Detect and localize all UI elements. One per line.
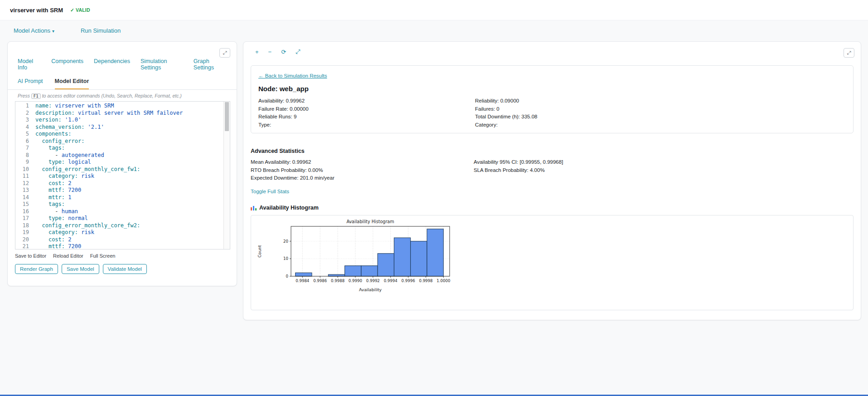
stat-sla-breach: SLA Breach Probability: 4.00% — [474, 166, 853, 175]
line-number: 4 — [15, 124, 29, 131]
code-line: description: virtual server with SRM fai… — [35, 110, 223, 117]
code-line: cost: 2 — [35, 180, 223, 187]
page-title: virserver with SRM — [10, 7, 63, 14]
editor-gutter: 123456789101112131415161718192021 — [15, 102, 34, 249]
code-line: components: — [35, 131, 223, 138]
histogram-heading: Availability Histogram — [251, 205, 853, 211]
code-line: config_error_monthly_core_fw2: — [35, 222, 223, 230]
action-bar: Model Actions▾ Run Simulation — [0, 20, 868, 40]
fit-view-icon[interactable]: ⤢ — [296, 48, 300, 55]
code-line: category: risk — [35, 229, 223, 236]
code-line: cost: 2 — [35, 236, 223, 244]
zoom-out-icon[interactable]: − — [268, 49, 272, 55]
line-number: 19 — [15, 229, 29, 236]
model-editor-card: ⤢ Model Info Components Dependencies Sim… — [7, 41, 237, 286]
scrollbar-thumb[interactable] — [225, 102, 229, 131]
graph-toolbar: + − ⟳ ⤢ — [255, 48, 301, 55]
svg-text:0.9984: 0.9984 — [296, 279, 309, 283]
code-line: mttf: 7200 — [35, 243, 223, 249]
code-line: name: virserver with SRM — [35, 103, 223, 110]
code-line: - autogenerated — [35, 152, 223, 159]
line-number: 14 — [15, 194, 29, 201]
refresh-icon[interactable]: ⟳ — [281, 49, 286, 55]
secondary-tabs-wrap: AI Prompt Model Editor — [8, 78, 237, 90]
run-simulation-link[interactable]: Run Simulation — [81, 27, 121, 34]
stat-expected-downtime: Expected Downtime: 201.0 min/year — [251, 174, 474, 182]
expand-right-card-button[interactable]: ⤢ — [844, 48, 854, 58]
code-line: schema_version: '2.1' — [35, 124, 223, 131]
line-number: 5 — [15, 131, 29, 138]
line-number: 15 — [15, 201, 29, 208]
line-number: 8 — [15, 152, 29, 159]
advanced-left: Mean Availability: 0.99962 RTO Breach Pr… — [251, 158, 474, 182]
line-number: 1 — [15, 103, 29, 110]
yaml-editor[interactable]: 123456789101112131415161718192021 name: … — [15, 101, 230, 249]
svg-text:0.9990: 0.9990 — [349, 279, 362, 283]
tab-dependencies[interactable]: Dependencies — [94, 58, 130, 71]
top-bar: virserver with SRM ✓VALID — [0, 0, 868, 20]
save-model-button[interactable]: Save Model — [62, 264, 99, 274]
secondary-tabs: AI Prompt Model Editor — [8, 78, 237, 89]
back-to-results-link[interactable]: ← Back to Simulation Results — [258, 73, 327, 78]
stat-failures: Failures: 0 — [475, 105, 846, 113]
svg-text:10: 10 — [283, 256, 288, 261]
svg-text:Availability Histogram: Availability Histogram — [346, 219, 394, 224]
caret-down-icon: ▾ — [52, 29, 54, 34]
code-line: mttr: 1 — [35, 194, 223, 201]
line-number: 7 — [15, 145, 29, 152]
expand-left-card-button[interactable]: ⤢ — [219, 48, 230, 58]
render-graph-button[interactable]: Render Graph — [15, 264, 58, 274]
code-line: tags: — [35, 145, 223, 152]
svg-text:Count: Count — [257, 244, 262, 257]
editor-code[interactable]: name: virserver with SRMdescription: vir… — [34, 102, 223, 249]
stat-category: Category: — [475, 121, 846, 129]
valid-badge: ✓VALID — [70, 7, 90, 13]
node-stats-left: Availability: 0.99962 Failure Rate: 0.00… — [258, 97, 475, 129]
svg-text:0.9988: 0.9988 — [331, 279, 344, 283]
tab-ai-prompt[interactable]: AI Prompt — [18, 78, 43, 89]
check-icon: ✓ — [70, 7, 74, 13]
code-line: type: normal — [35, 215, 223, 222]
valid-label: VALID — [76, 7, 90, 13]
line-number: 20 — [15, 236, 29, 244]
stat-rto-breach: RTO Breach Probability: 0.00% — [251, 166, 474, 175]
advanced-statistics-title: Advanced Statistics — [251, 148, 853, 154]
stat-type: Type: — [258, 121, 475, 129]
validate-model-button[interactable]: Validate Model — [103, 264, 147, 274]
node-name: web_app — [280, 85, 309, 93]
save-to-editor-link[interactable]: Save to Editor — [15, 253, 46, 259]
stat-total-downtime: Total Downtime (h): 335.08 — [475, 113, 846, 121]
reload-editor-link[interactable]: Reload Editor — [53, 253, 83, 259]
model-actions-dropdown[interactable]: Model Actions▾ — [14, 27, 54, 34]
code-line: category: risk — [35, 173, 223, 180]
full-screen-link[interactable]: Full Screen — [90, 253, 116, 259]
svg-text:0.9986: 0.9986 — [313, 279, 327, 283]
tab-graph-settings[interactable]: Graph Settings — [194, 58, 227, 71]
tab-simulation-settings[interactable]: Simulation Settings — [141, 58, 183, 71]
primary-tabs: Model Info Components Dependencies Simul… — [8, 42, 237, 71]
code-line: tags: — [35, 201, 223, 208]
editor-scrollbar[interactable] — [223, 102, 230, 249]
node-results-box: ← Back to Simulation Results Node: web_a… — [251, 65, 853, 133]
svg-text:0.9994: 0.9994 — [384, 279, 398, 283]
code-line: config_error_monthly_core_fw1: — [35, 166, 223, 173]
svg-text:Availability: Availability — [359, 287, 382, 292]
svg-text:0.9996: 0.9996 — [402, 279, 415, 283]
histogram-icon — [251, 205, 257, 210]
toggle-full-stats-link[interactable]: Toggle Full Stats — [251, 189, 289, 194]
stat-failure-rate: Failure Rate: 0.00000 — [258, 105, 475, 113]
tab-components[interactable]: Components — [51, 58, 83, 71]
svg-text:1.0000: 1.0000 — [436, 279, 450, 283]
results-card: + − ⟳ ⤢ ⤢ ← Back to Simulation Results N… — [243, 41, 861, 320]
editor-hint: PressF1to access editor commands (Undo, … — [8, 90, 237, 101]
stat-availability: Availability: 0.99962 — [258, 97, 475, 105]
zoom-in-icon[interactable]: + — [255, 49, 259, 55]
stat-reliable-runs: Reliable Runs: 9 — [258, 113, 475, 121]
line-number: 17 — [15, 215, 29, 222]
main-columns: ⤢ Model Info Components Dependencies Sim… — [0, 40, 868, 320]
tab-model-editor[interactable]: Model Editor — [55, 78, 89, 89]
line-number: 10 — [15, 166, 29, 173]
advanced-statistics: Mean Availability: 0.99962 RTO Breach Pr… — [251, 158, 853, 182]
line-number: 9 — [15, 159, 29, 166]
tab-model-info[interactable]: Model Info — [18, 58, 41, 71]
